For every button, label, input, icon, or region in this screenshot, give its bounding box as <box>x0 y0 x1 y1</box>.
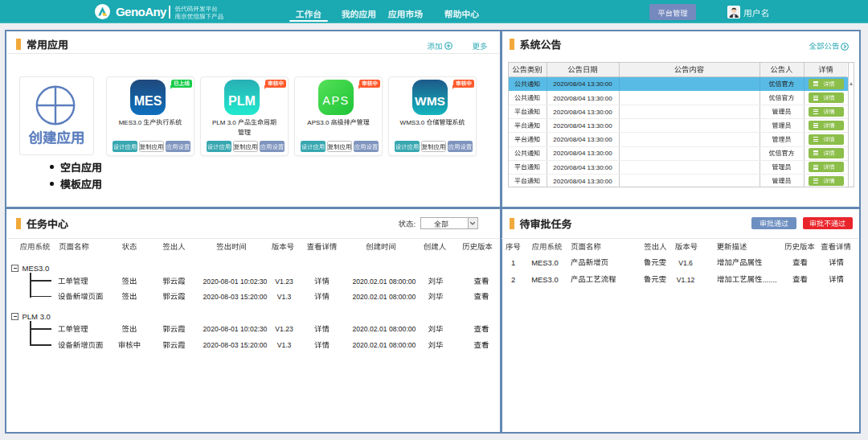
svg-text:2020-08-03 15:20:00: 2020-08-03 15:20:00 <box>203 341 268 349</box>
svg-text:MES3.0: MES3.0 <box>119 119 142 126</box>
svg-text:2020/08/04 13:30:00: 2020/08/04 13:30:00 <box>553 109 612 116</box>
svg-text:APS3.0: APS3.0 <box>307 119 330 126</box>
svg-text:2020/08/04 13:30:00: 2020/08/04 13:30:00 <box>553 136 612 143</box>
svg-text:2020-08-03 15:20:00: 2020-08-03 15:20:00 <box>203 293 268 301</box>
svg-text:V1.6: V1.6 <box>678 259 693 267</box>
svg-text:MES3.0: MES3.0 <box>531 275 558 284</box>
svg-text:MES3.0: MES3.0 <box>531 258 558 267</box>
svg-text:2020.02.01 08:00:00: 2020.02.01 08:00:00 <box>353 325 416 333</box>
svg-text:1: 1 <box>511 258 515 267</box>
svg-text:2020/08/04 13:30:00: 2020/08/04 13:30:00 <box>553 150 612 157</box>
svg-text:V1.12: V1.12 <box>677 276 695 284</box>
svg-text:2020-08-01 10:02:30: 2020-08-01 10:02:30 <box>203 325 268 333</box>
svg-text:2020-08-01 10:02:30: 2020-08-01 10:02:30 <box>203 278 268 286</box>
svg-text:PLM 3.0: PLM 3.0 <box>212 119 236 126</box>
svg-text:2020.02.01 08:00:00: 2020.02.01 08:00:00 <box>353 278 416 286</box>
svg-text:2020/08/04 13:30:00: 2020/08/04 13:30:00 <box>553 95 612 102</box>
svg-text:V1.3: V1.3 <box>277 341 292 349</box>
svg-text:WMS3.0: WMS3.0 <box>400 119 425 126</box>
svg-text:2020/08/04 13:30:00: 2020/08/04 13:30:00 <box>553 178 612 185</box>
svg-text:2020/08/04 13:30:00: 2020/08/04 13:30:00 <box>553 164 612 171</box>
svg-text:.......: ....... <box>762 275 776 284</box>
svg-text:2: 2 <box>511 275 515 284</box>
svg-text:2020/08/04 13:30:00: 2020/08/04 13:30:00 <box>553 122 612 130</box>
svg-text::: : <box>414 220 416 228</box>
svg-text:GenoAny: GenoAny <box>116 5 167 19</box>
svg-text:V1.3: V1.3 <box>277 293 292 301</box>
svg-text:PLM 3.0: PLM 3.0 <box>23 312 51 321</box>
svg-text:V1.23: V1.23 <box>275 278 293 286</box>
svg-text:2020.02.01 08:00:00: 2020.02.01 08:00:00 <box>353 293 416 301</box>
svg-text:2020.02.01 08:00:00: 2020.02.01 08:00:00 <box>353 341 416 349</box>
svg-text:2020/08/04 13:30:00: 2020/08/04 13:30:00 <box>553 80 612 88</box>
svg-text:V1.23: V1.23 <box>275 325 293 333</box>
svg-text:MES3.0: MES3.0 <box>23 264 50 273</box>
